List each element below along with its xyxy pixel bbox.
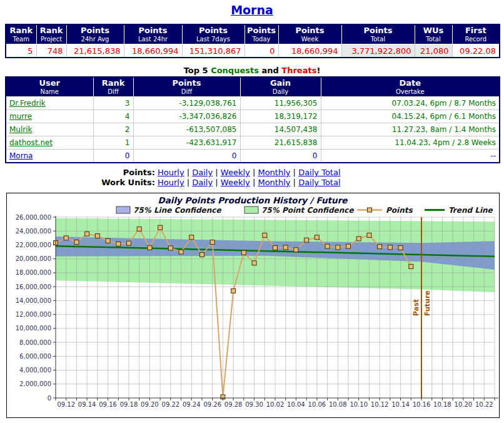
column-header-main: First — [455, 26, 498, 36]
column-header-sub: Today — [247, 36, 276, 43]
user-title-link[interactable]: Morna — [231, 3, 273, 17]
svg-text:10.22: 10.22 — [475, 401, 493, 408]
history-link-daily-total[interactable]: Daily Total — [298, 168, 340, 177]
svg-text:09.28: 09.28 — [224, 401, 243, 408]
point-marker — [106, 238, 110, 243]
column-header-sub: Last 7days — [184, 36, 243, 43]
point-marker — [263, 233, 267, 237]
conquests-row: murre4-3,347,036,82618,319,17204.15.24, … — [6, 110, 500, 123]
history-link-daily[interactable]: Daily — [192, 178, 213, 187]
points-diff-cell: -3,347,036,826 — [133, 110, 240, 123]
past-label: Past — [412, 299, 420, 316]
date-overtake-cell: 04.15.24, 6pm / 6.1 Months — [321, 110, 500, 123]
summary-column-header: PointsLast 24hr — [124, 24, 182, 44]
gain-daily-cell: 14,507,438 — [240, 123, 321, 136]
point-marker — [367, 233, 371, 237]
conquests-column-header: PointsDiff — [133, 77, 240, 97]
heading-prefix: Top 5 — [184, 66, 211, 75]
conquests-threats-heading: Top 5 Conquests and Threats! — [0, 66, 504, 75]
history-link-weekly[interactable]: Weekly — [221, 168, 250, 177]
point-marker — [346, 244, 351, 248]
user-name-link[interactable]: Dr.Fredrik — [9, 99, 46, 108]
summary-column-header: WUsTotal — [415, 24, 452, 44]
conquests-row: dathost.net1-423,631,91721,615,83811.04.… — [6, 136, 500, 150]
summary-column-header: PointsToday — [244, 24, 278, 44]
svg-text:22,000,000: 22,000,000 — [16, 242, 51, 248]
point-marker — [388, 245, 392, 250]
point-marker — [378, 245, 382, 249]
user-name-link[interactable]: Mulrik — [9, 125, 33, 134]
history-link-hourly[interactable]: Hourly — [158, 168, 184, 177]
user-name-link[interactable]: dathost.net — [9, 138, 53, 147]
history-links-section: Points:Hourly | Daily | Weekly | Monthly… — [5, 168, 499, 188]
svg-text:09.24: 09.24 — [183, 401, 201, 408]
column-header-main: Date — [323, 79, 498, 88]
point-confidence-swatch — [244, 206, 258, 213]
summary-column-header: PointsTotal — [341, 24, 415, 44]
history-link-daily-total[interactable]: Daily Total — [298, 178, 340, 187]
svg-text:8,000,000: 8,000,000 — [19, 339, 51, 346]
summary-value-cell: 0 — [244, 44, 278, 58]
point-marker — [95, 234, 99, 238]
date-overtake-cell: 11.27.23, 8am / 1.4 Months — [321, 123, 500, 136]
svg-text:09.26: 09.26 — [203, 401, 221, 408]
column-header-sub: Overtake — [323, 88, 498, 96]
summary-table-header: RankTeamRankProjectPoints24hr AvgPointsL… — [6, 24, 500, 44]
svg-text:10.08: 10.08 — [329, 401, 347, 408]
column-header-main: Points — [281, 26, 340, 36]
history-link-monthly[interactable]: Monthly — [258, 168, 290, 177]
svg-text:24,000,000: 24,000,000 — [16, 228, 51, 235]
column-header-main: Rank — [8, 26, 34, 36]
heading-and: and — [259, 66, 281, 75]
column-header-sub: Total — [417, 36, 450, 43]
column-header-sub: Diff — [136, 88, 238, 96]
column-header-sub: 24hr Avg — [69, 36, 122, 43]
summary-stats-table: RankTeamRankProjectPoints24hr AvgPointsL… — [5, 24, 500, 58]
summary-column-header: RankTeam — [6, 24, 36, 44]
svg-text:6,000,000: 6,000,000 — [19, 353, 51, 360]
conquests-column-header: UserName — [6, 77, 93, 97]
point-marker — [64, 236, 68, 240]
chart-title: Daily Points Production History / Future — [158, 195, 348, 205]
svg-text:09.12: 09.12 — [57, 401, 75, 408]
conquests-header-row: UserNameRankDiffPointsDiffGainDailyDateO… — [6, 77, 500, 97]
svg-text:16,000,000: 16,000,000 — [16, 283, 51, 290]
conquests-table: UserNameRankDiffPointsDiffGainDailyDateO… — [5, 76, 500, 163]
history-link-weekly[interactable]: Weekly — [221, 178, 250, 187]
user-name-link[interactable]: murre — [9, 112, 32, 121]
history-link-monthly[interactable]: Monthly — [258, 178, 290, 187]
svg-text:2,000,000: 2,000,000 — [19, 380, 51, 387]
point-marker — [137, 227, 141, 231]
svg-text:14,000,000: 14,000,000 — [16, 297, 51, 304]
user-name-cell: murre — [6, 110, 93, 123]
history-link-daily[interactable]: Daily — [192, 168, 213, 177]
svg-text:10.12: 10.12 — [371, 401, 389, 408]
point-marker — [241, 250, 246, 255]
point-marker — [231, 288, 236, 293]
svg-text:10.16: 10.16 — [413, 401, 431, 408]
svg-text:10.20: 10.20 — [455, 401, 473, 408]
history-links-list: Hourly | Daily | Weekly | Monthly | Dail… — [158, 168, 499, 178]
point-marker — [305, 238, 309, 242]
user-name-link[interactable]: Morna — [9, 151, 33, 160]
svg-text:09.22: 09.22 — [162, 401, 180, 408]
point-marker — [315, 235, 319, 240]
point-marker — [336, 245, 340, 250]
history-links-row: Points:Hourly | Daily | Weekly | Monthly… — [5, 168, 499, 178]
svg-text:09.16: 09.16 — [99, 401, 117, 408]
history-link-hourly[interactable]: Hourly — [158, 178, 184, 187]
user-name-cell: dathost.net — [6, 136, 93, 150]
conquests-table-body: Dr.Fredrik3-3,129,038,76111,956,30507.03… — [6, 97, 500, 163]
column-header-sub: Total — [344, 36, 413, 43]
rank-diff-cell: 0 — [93, 150, 133, 163]
history-links-label: Work Units: — [5, 178, 158, 188]
svg-text:09.14: 09.14 — [78, 401, 96, 408]
svg-text:10.06: 10.06 — [308, 401, 326, 408]
point-marker — [116, 242, 121, 246]
point-marker — [148, 245, 152, 250]
point-marker — [168, 246, 173, 250]
summary-value-cell: 3,771,922,800 — [341, 44, 415, 58]
summary-values-row: 574821,615,83818,660,994151,310,867018,6… — [6, 44, 500, 58]
conquests-row: Morna000-- — [6, 150, 500, 163]
summary-value-cell: 09.22.08 — [452, 44, 500, 58]
